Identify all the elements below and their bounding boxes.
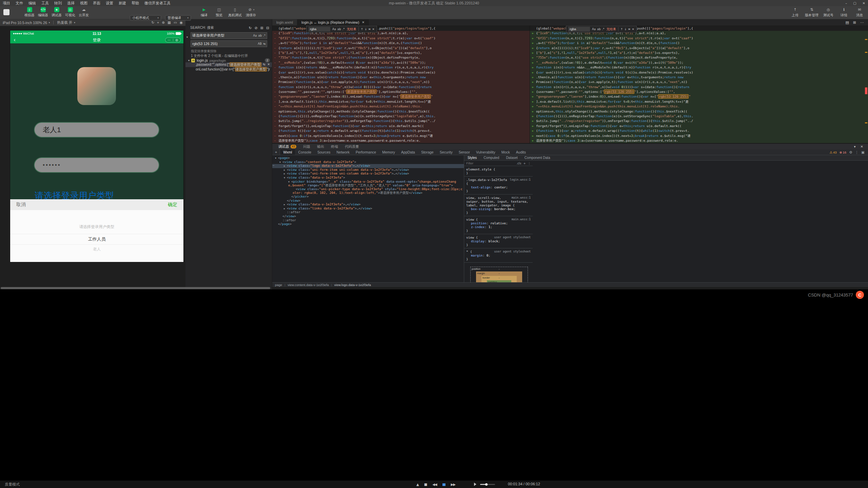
chevron-right-icon[interactable]: ▸: [284, 207, 287, 211]
style-property[interactable]: z-index: 1;: [466, 225, 531, 229]
style-property[interactable]: position: relative;: [466, 221, 531, 225]
picker-option[interactable]: 工作人员: [10, 234, 183, 245]
preserve-case-icon[interactable]: AB: [258, 42, 262, 45]
diff-original-pane[interactable]: (global["webpackJsonp"]=global["webpackJ…: [272, 25, 530, 143]
match-case-icon[interactable]: Aa: [592, 27, 596, 31]
device-select[interactable]: iPad Pro 10.5-inch 100% 26: [3, 21, 47, 25]
search-result-row[interactable]: ,password:"",options:["请选择登录用户类型"rg...⇆✕: [185, 62, 272, 67]
menu-item[interactable]: 帮助: [129, 0, 142, 6]
toolbar-button[interactable]: ◎测试号: [823, 7, 834, 18]
eject-icon[interactable]: ▲: [416, 483, 419, 486]
rule-selector[interactable]: view: [466, 218, 474, 221]
styles-tab-computed[interactable]: Computed: [480, 156, 502, 160]
cls-toggle[interactable]: .cls: [516, 162, 521, 165]
close-icon[interactable]: ✕: [372, 27, 374, 31]
toolbar-button[interactable]: ⇅版本管理: [805, 7, 818, 18]
devtools-tab-memory[interactable]: Memory: [379, 149, 398, 155]
breadcrumb-item[interactable]: view.logo.data-v-1e2f3efa: [334, 283, 371, 287]
find-in-selection-icon[interactable]: ≡: [628, 27, 630, 31]
wxml-tree-node[interactable]: <view class="uni-picker-type data-v-1e2f…: [272, 187, 464, 195]
find-input[interactable]: rgba: [309, 27, 330, 32]
regex-icon[interactable]: .*: [342, 27, 345, 31]
toolbar-button[interactable]: ◫可视化: [64, 7, 76, 18]
find-previous-icon[interactable]: ↑: [361, 27, 363, 31]
horizontal-scrollbar[interactable]: [1, 287, 270, 289]
stylesheet-link[interactable]: main.wxss:1: [512, 196, 531, 200]
menu-item[interactable]: 文件: [13, 0, 26, 6]
panel-tab[interactable]: 问题: [300, 144, 314, 149]
wxml-tree-node[interactable]: ::after: [272, 219, 464, 223]
wxml-tree-node[interactable]: ::after: [272, 210, 464, 215]
find-input[interactable]: rgba: [568, 27, 590, 32]
devtools-tab-sensor[interactable]: Sensor: [456, 149, 473, 155]
search-result-row[interactable]: onLoad:function(){var n=["请选择登录用户类型"]rgb…: [185, 67, 272, 72]
inspect-icon[interactable]: ⌖: [272, 150, 280, 155]
close-capsule-icon[interactable]: ◎: [173, 38, 181, 42]
hot-reload-toggle[interactable]: 热重载 开: [57, 20, 72, 25]
devtools-tab-wxml[interactable]: Wxml: [280, 149, 295, 155]
panel-tab[interactable]: 终端: [328, 144, 341, 149]
stylesheet-link[interactable]: user agent stylesheet: [494, 250, 531, 253]
more-actions-icon[interactable]: ⋯: [860, 20, 864, 25]
close-icon[interactable]: ✕: [861, 145, 863, 148]
stylesheet-link[interactable]: login.wxss:1: [510, 178, 531, 182]
rule-selector[interactable]: element.style: [466, 167, 491, 171]
devtools-tab-console[interactable]: Console: [295, 149, 314, 155]
whole-word-icon[interactable]: ab: [337, 27, 341, 31]
rotate-icon[interactable]: ↻: [151, 20, 154, 25]
devtools-tab-security[interactable]: Security: [437, 149, 456, 155]
styles-tab-component-data[interactable]: Component Data: [521, 156, 554, 160]
wxml-tree-node[interactable]: </page>: [272, 222, 464, 226]
search-input[interactable]: [192, 34, 253, 38]
breadcrumb-item[interactable]: page: [275, 283, 282, 287]
close-icon[interactable]: ✕: [632, 27, 634, 31]
find-widget[interactable]: rgba Aaab.* 无结果 ↑↓≡✕: [306, 26, 377, 33]
menu-item[interactable]: 视图: [77, 0, 90, 6]
menu-item[interactable]: 选择: [64, 0, 77, 6]
kebab-menu-icon[interactable]: ⋮: [528, 162, 531, 165]
toolbar-button[interactable]: ☁云开发: [78, 7, 90, 18]
find-previous-icon[interactable]: ↑: [620, 27, 623, 31]
chevron-right-icon[interactable]: ▸: [284, 172, 287, 176]
toolbar-button[interactable]: </>编辑器: [37, 7, 49, 18]
toolbar-button[interactable]: ▯真机调试: [228, 7, 242, 18]
menu-item[interactable]: 新建: [116, 0, 129, 6]
chevron-down-icon[interactable]: ▾: [284, 176, 287, 180]
picker-option[interactable]: 请选择登录用户类型: [10, 224, 183, 229]
split-editor-icon[interactable]: ⊞: [853, 20, 856, 25]
open-in-editor-icon[interactable]: ⊞: [260, 26, 263, 30]
inspect-icon[interactable]: ⌖: [157, 20, 159, 25]
menu-item[interactable]: 转到: [52, 0, 64, 6]
style-property[interactable]: box-sizing: border-box;: [466, 207, 531, 211]
chevron-right-icon[interactable]: ▸: [284, 164, 287, 168]
volume-knob[interactable]: [485, 483, 488, 486]
devtools-tab-vulnerability[interactable]: Vulnerability: [473, 149, 498, 155]
toolbar-button[interactable]: ↑上传: [789, 7, 801, 18]
style-property[interactable]: display: block;: [466, 239, 531, 243]
search-summary[interactable]: 1 文件中有 2 个结果 - 在编辑器中打开: [191, 54, 248, 58]
toolbar-button[interactable]: ⊘▾清缓存: [245, 7, 257, 18]
overview-ruler[interactable]: [865, 32, 868, 143]
match-case-icon[interactable]: Aa: [332, 27, 336, 31]
match-case-icon[interactable]: Aa: [253, 34, 257, 37]
editor-tab[interactable]: login.js ↔ login.js (Replace Preview)✕: [297, 19, 369, 25]
styles-filter-input[interactable]: [466, 161, 514, 165]
minimize-icon[interactable]: –: [845, 1, 847, 5]
username-field[interactable]: 老人1: [34, 122, 159, 138]
regex-icon[interactable]: .*: [602, 27, 605, 31]
toolbar-button[interactable]: ℹ详情: [838, 7, 850, 18]
find-next-icon[interactable]: ↓: [364, 27, 367, 31]
regex-icon[interactable]: .*: [263, 34, 265, 37]
editor-tab[interactable]: login.wxml: [272, 19, 297, 25]
back-icon[interactable]: ‹: [14, 37, 16, 43]
close-icon[interactable]: ✕: [362, 21, 364, 24]
styles-tab-styles[interactable]: Styles: [464, 156, 480, 160]
clear-results-icon[interactable]: ⊘: [255, 26, 258, 30]
compile-mode-select[interactable]: 普通编译 ▾: [165, 15, 191, 21]
search-file-row[interactable]: ▾ JS login.js pages/login 2: [188, 58, 270, 63]
toolbar-button[interactable]: ▯模拟器: [24, 7, 35, 18]
whole-word-icon[interactable]: ab: [597, 27, 601, 31]
menu-item[interactable]: 界面: [90, 0, 103, 6]
record-icon[interactable]: ◉: [180, 20, 183, 25]
find-widget[interactable]: rgba Aaab.* 无结果 ↑↓≡✕: [566, 26, 637, 33]
